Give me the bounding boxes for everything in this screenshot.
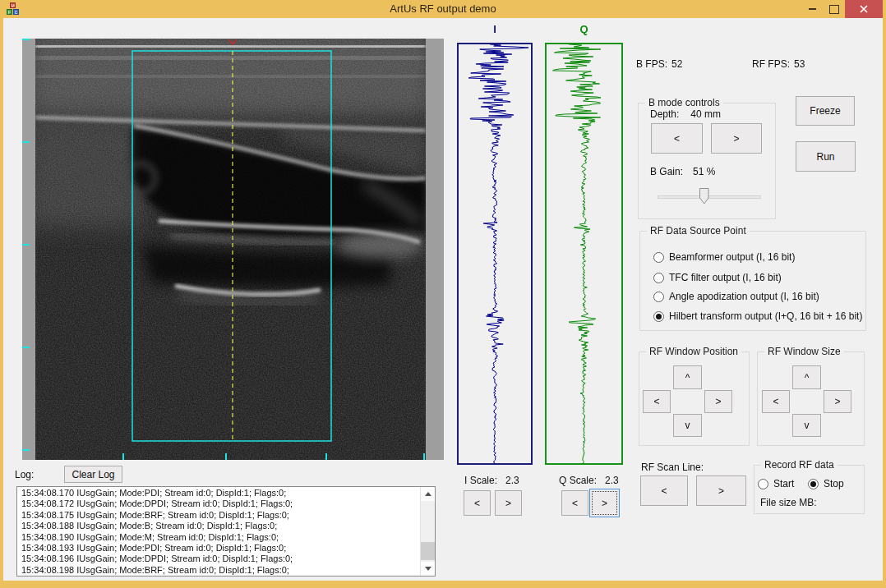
close-icon bbox=[860, 5, 868, 13]
radio-icon bbox=[653, 292, 664, 302]
rf-window-size-legend: RF Window Size bbox=[764, 346, 844, 357]
log-output[interactable]: 15:34:08.170 IUsgGain; Mode:PDI; Stream … bbox=[16, 486, 436, 577]
depth-tick bbox=[22, 449, 30, 451]
q-scale-increase-button[interactable]: > bbox=[589, 489, 620, 517]
radio-icon bbox=[653, 311, 664, 322]
maximize-icon bbox=[829, 5, 839, 14]
window-frame: M F C ArtUs RF output demo bbox=[0, 0, 886, 588]
rf-window-position-right-button[interactable]: > bbox=[704, 390, 732, 413]
file-size-label: File size MB: bbox=[760, 497, 822, 508]
rf-window-size-right-button[interactable]: > bbox=[824, 390, 851, 413]
scroll-down-button[interactable] bbox=[421, 562, 435, 576]
i-plot bbox=[457, 43, 533, 465]
rf-window-position-up-button[interactable]: ^ bbox=[673, 365, 702, 389]
depth-tick bbox=[22, 141, 30, 143]
rf-window-position-down-button[interactable]: v bbox=[673, 414, 702, 437]
bgain-slider-track bbox=[658, 195, 761, 199]
depth-value: 40 mm bbox=[690, 108, 721, 120]
radio-icon bbox=[758, 479, 768, 489]
rf-source-legend: RF Data Source Point bbox=[647, 225, 750, 237]
depth-increase-button[interactable]: > bbox=[711, 123, 762, 154]
window-title: ArtUs RF output demo bbox=[0, 2, 886, 15]
rf-window-position-left-button[interactable]: < bbox=[643, 390, 671, 413]
q-waveform bbox=[547, 44, 621, 463]
q-scale-decrease-button[interactable]: < bbox=[561, 490, 588, 516]
scrollbar-thumb[interactable] bbox=[421, 542, 435, 560]
log-line: 15:34:08.175 IUsgGain; Mode:BRF; Stream … bbox=[17, 510, 421, 521]
rf-window-size-up-button[interactable]: ^ bbox=[792, 365, 821, 389]
i-scale-label: I Scale:2.3 bbox=[464, 475, 519, 486]
rf-window-size-down-button[interactable]: v bbox=[792, 414, 821, 437]
i-scale-increase-button[interactable]: > bbox=[495, 490, 522, 516]
radio-icon bbox=[653, 252, 664, 263]
log-line: 15:34:08.196 IUsgGain; Mode:DPDI; Stream… bbox=[17, 554, 421, 564]
title-bar: M F C ArtUs RF output demo bbox=[0, 0, 886, 18]
i-plot-title: I bbox=[457, 23, 533, 35]
radio-angle-apodization-output[interactable]: Angle apodization output (I, 16 bit) bbox=[653, 291, 819, 302]
client-area: I Q I Scale:2.3 < > Q Scale:2.3 < > Log:… bbox=[3, 18, 883, 581]
scroll-up-icon bbox=[425, 492, 431, 496]
rf-scan-line-next-button[interactable]: > bbox=[696, 475, 746, 506]
log-scrollbar[interactable] bbox=[420, 487, 435, 576]
rf-window-position-legend: RF Window Position bbox=[646, 346, 741, 357]
log-line: 15:34:08.170 IUsgGain; Mode:PDI; Stream … bbox=[17, 488, 421, 498]
i-scale-decrease-button[interactable]: < bbox=[464, 490, 491, 516]
minimize-icon bbox=[809, 8, 816, 10]
radio-hilbert-transform-output[interactable]: Hilbert transform output (I+Q, 16 bit + … bbox=[653, 310, 862, 322]
depth-decrease-button[interactable]: < bbox=[651, 123, 703, 154]
log-line: 15:34:08.190 IUsgGain; Mode:M; Stream id… bbox=[17, 532, 421, 543]
q-plot-title: Q bbox=[545, 23, 623, 35]
log-line: 15:34:08.198 IUsgGain; Mode:BRF; Stream … bbox=[17, 565, 421, 576]
bgain-slider-thumb[interactable] bbox=[699, 188, 709, 204]
radio-beamformer-output[interactable]: Beamformer output (I, 16 bit) bbox=[653, 251, 795, 263]
depth-tick bbox=[22, 39, 30, 40]
b-fps: B FPS:52 bbox=[636, 58, 682, 70]
log-line: 15:34:08.193 IUsgGain; Mode:PDI; Stream … bbox=[17, 543, 421, 554]
freeze-button[interactable]: Freeze bbox=[796, 96, 855, 126]
rf-window-size-left-button[interactable]: < bbox=[762, 390, 790, 413]
b-fps-value: 52 bbox=[671, 58, 682, 70]
radio-icon bbox=[653, 273, 664, 283]
minimize-button[interactable] bbox=[802, 0, 822, 18]
radio-record-start[interactable]: Start bbox=[758, 478, 794, 489]
scroll-down-icon bbox=[425, 567, 431, 571]
log-line: 15:34:08.172 IUsgGain; Mode:DPDI; Stream… bbox=[17, 498, 421, 509]
radio-tfc-filter-output[interactable]: TFC filter output (I, 16 bit) bbox=[653, 272, 782, 283]
record-rf-data-legend: Record RF data bbox=[761, 459, 838, 471]
bmode-display bbox=[22, 39, 444, 460]
rf-fps-value: 53 bbox=[794, 58, 805, 70]
q-plot bbox=[545, 43, 623, 465]
q-scale-value: 2.3 bbox=[605, 475, 619, 486]
i-scale-value: 2.3 bbox=[505, 475, 519, 486]
close-button[interactable] bbox=[845, 0, 883, 18]
log-line: 15:34:08.188 IUsgGain; Mode:B; Stream id… bbox=[17, 521, 421, 531]
bmode-controls-legend: B mode controls bbox=[645, 97, 723, 108]
depth-label: Depth:40 mm bbox=[650, 108, 721, 120]
rf-scan-line-prev-button[interactable]: < bbox=[640, 475, 688, 506]
depth-tick bbox=[22, 244, 30, 246]
bgain-value: 51 % bbox=[693, 166, 715, 177]
radio-icon bbox=[808, 479, 819, 489]
depth-ruler-left bbox=[22, 39, 35, 460]
bgain-label: B Gain:51 % bbox=[650, 166, 715, 177]
i-waveform bbox=[459, 44, 531, 463]
q-scale-label: Q Scale:2.3 bbox=[559, 475, 619, 486]
ruler-right bbox=[426, 39, 444, 460]
ultrasound-image bbox=[35, 39, 426, 460]
radio-record-stop[interactable]: Stop bbox=[808, 478, 844, 489]
depth-tick bbox=[22, 347, 30, 348]
run-button[interactable]: Run bbox=[796, 141, 856, 172]
maximize-button[interactable] bbox=[824, 0, 844, 18]
clear-log-button[interactable]: Clear Log bbox=[64, 466, 122, 483]
log-label: Log: bbox=[15, 469, 34, 480]
bgain-slider[interactable] bbox=[656, 187, 763, 207]
rf-scan-line-label: RF Scan Line: bbox=[641, 462, 704, 473]
scroll-up-button[interactable] bbox=[421, 487, 435, 501]
rf-fps: RF FPS:53 bbox=[752, 58, 805, 70]
